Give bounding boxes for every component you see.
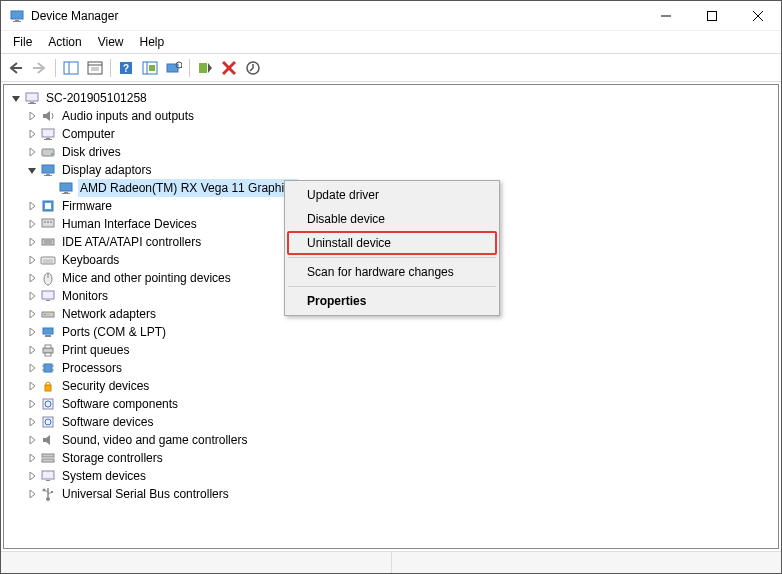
tree-category-label: Security devices bbox=[60, 377, 151, 395]
usb-icon bbox=[40, 486, 56, 502]
tree-category[interactable]: Storage controllers bbox=[6, 449, 776, 467]
svg-rect-36 bbox=[46, 174, 50, 175]
statusbar bbox=[1, 551, 781, 573]
expand-arrow-icon[interactable] bbox=[24, 108, 40, 124]
svg-rect-32 bbox=[44, 139, 52, 140]
tree-category-label: Firmware bbox=[60, 197, 114, 215]
printer-icon bbox=[40, 342, 56, 358]
ctx-properties[interactable]: Properties bbox=[287, 289, 497, 313]
expand-arrow-icon[interactable] bbox=[24, 324, 40, 340]
arrow-blank bbox=[42, 180, 58, 196]
tree-category[interactable]: System devices bbox=[6, 467, 776, 485]
svg-rect-30 bbox=[42, 129, 54, 137]
expand-arrow-icon[interactable] bbox=[24, 144, 40, 160]
tree-category[interactable]: Software devices bbox=[6, 413, 776, 431]
window-title: Device Manager bbox=[31, 9, 643, 23]
expand-arrow-icon[interactable] bbox=[24, 252, 40, 268]
expand-arrow-icon[interactable] bbox=[24, 288, 40, 304]
tree-category-label: Software components bbox=[60, 395, 180, 413]
back-button[interactable] bbox=[5, 57, 27, 79]
tree-category-label: Disk drives bbox=[60, 143, 123, 161]
expand-arrow-icon[interactable] bbox=[24, 126, 40, 142]
ctx-scan-hardware[interactable]: Scan for hardware changes bbox=[287, 260, 497, 284]
toolbar-divider bbox=[55, 59, 56, 77]
svg-rect-55 bbox=[42, 291, 54, 299]
scan-button[interactable] bbox=[139, 57, 161, 79]
expand-arrow-icon[interactable] bbox=[24, 270, 40, 286]
ctx-disable-device[interactable]: Disable device bbox=[287, 207, 497, 231]
expand-arrow-icon[interactable] bbox=[24, 432, 40, 448]
svg-rect-0 bbox=[11, 11, 23, 19]
properties-button[interactable] bbox=[84, 57, 106, 79]
svg-rect-42 bbox=[45, 203, 51, 209]
tree-category[interactable]: Universal Serial Bus controllers bbox=[6, 485, 776, 503]
tree-category[interactable]: Display adaptors bbox=[6, 161, 776, 179]
svg-rect-63 bbox=[45, 345, 51, 348]
expand-arrow-icon[interactable] bbox=[24, 396, 40, 412]
expand-arrow-icon[interactable] bbox=[8, 90, 24, 106]
tree-category[interactable]: Processors bbox=[6, 359, 776, 377]
expand-arrow-icon[interactable] bbox=[24, 414, 40, 430]
expand-arrow-icon[interactable] bbox=[24, 486, 40, 502]
svg-text:?: ? bbox=[123, 63, 129, 74]
svg-rect-31 bbox=[46, 138, 50, 139]
hid-icon bbox=[40, 216, 56, 232]
svg-rect-61 bbox=[45, 335, 51, 337]
menu-file[interactable]: File bbox=[5, 33, 40, 51]
svg-rect-9 bbox=[64, 62, 78, 74]
ctx-update-driver[interactable]: Update driver bbox=[287, 183, 497, 207]
ctx-separator bbox=[288, 286, 496, 287]
menu-help[interactable]: Help bbox=[132, 33, 173, 51]
minimize-button[interactable] bbox=[643, 1, 689, 31]
menu-action[interactable]: Action bbox=[40, 33, 89, 51]
uninstall-button[interactable] bbox=[218, 57, 240, 79]
expand-arrow-icon[interactable] bbox=[24, 342, 40, 358]
expand-arrow-icon[interactable] bbox=[24, 450, 40, 466]
display-icon bbox=[58, 180, 74, 196]
tree-category[interactable]: Security devices bbox=[6, 377, 776, 395]
tree-category-label: Human Interface Devices bbox=[60, 215, 199, 233]
toolbar-divider bbox=[189, 59, 190, 77]
tree-category-label: System devices bbox=[60, 467, 148, 485]
svg-point-79 bbox=[46, 497, 50, 501]
update-button[interactable] bbox=[242, 57, 264, 79]
svg-line-22 bbox=[181, 67, 182, 68]
svg-rect-19 bbox=[149, 65, 155, 71]
expand-arrow-icon[interactable] bbox=[24, 216, 40, 232]
svg-rect-64 bbox=[45, 353, 51, 356]
computer-icon bbox=[40, 126, 56, 142]
expand-arrow-icon[interactable] bbox=[24, 306, 40, 322]
tree-category[interactable]: Software components bbox=[6, 395, 776, 413]
menu-view[interactable]: View bbox=[90, 33, 132, 51]
expand-arrow-icon[interactable] bbox=[24, 234, 40, 250]
tree-category[interactable]: Sound, video and game controllers bbox=[6, 431, 776, 449]
show-hide-tree-button[interactable] bbox=[60, 57, 82, 79]
expand-arrow-icon[interactable] bbox=[24, 378, 40, 394]
tree-category[interactable]: Audio inputs and outputs bbox=[6, 107, 776, 125]
context-menu: Update driver Disable device Uninstall d… bbox=[284, 180, 500, 316]
expand-arrow-icon[interactable] bbox=[24, 468, 40, 484]
tree-root[interactable]: SC-201905101258 bbox=[6, 89, 776, 107]
tree-category-label: Universal Serial Bus controllers bbox=[60, 485, 231, 503]
help-button[interactable]: ? bbox=[115, 57, 137, 79]
tree-category-label: Computer bbox=[60, 125, 117, 143]
expand-arrow-icon[interactable] bbox=[24, 198, 40, 214]
tree-category-label: Monitors bbox=[60, 287, 110, 305]
app-icon bbox=[9, 8, 25, 24]
scan-hardware-button[interactable] bbox=[163, 57, 185, 79]
tree-category[interactable]: Print queues bbox=[6, 341, 776, 359]
maximize-button[interactable] bbox=[689, 1, 735, 31]
svg-rect-38 bbox=[60, 183, 72, 191]
tree-category-label: Display adaptors bbox=[60, 161, 153, 179]
ctx-uninstall-device[interactable]: Uninstall device bbox=[287, 231, 497, 255]
enable-button[interactable] bbox=[194, 57, 216, 79]
close-button[interactable] bbox=[735, 1, 781, 31]
keyboard-icon bbox=[40, 252, 56, 268]
expand-arrow-icon[interactable] bbox=[24, 360, 40, 376]
tree-category[interactable]: Ports (COM & LPT) bbox=[6, 323, 776, 341]
svg-rect-29 bbox=[28, 103, 36, 104]
tree-category[interactable]: Computer bbox=[6, 125, 776, 143]
forward-button[interactable] bbox=[29, 57, 51, 79]
expand-arrow-icon[interactable] bbox=[24, 162, 40, 178]
tree-category[interactable]: Disk drives bbox=[6, 143, 776, 161]
